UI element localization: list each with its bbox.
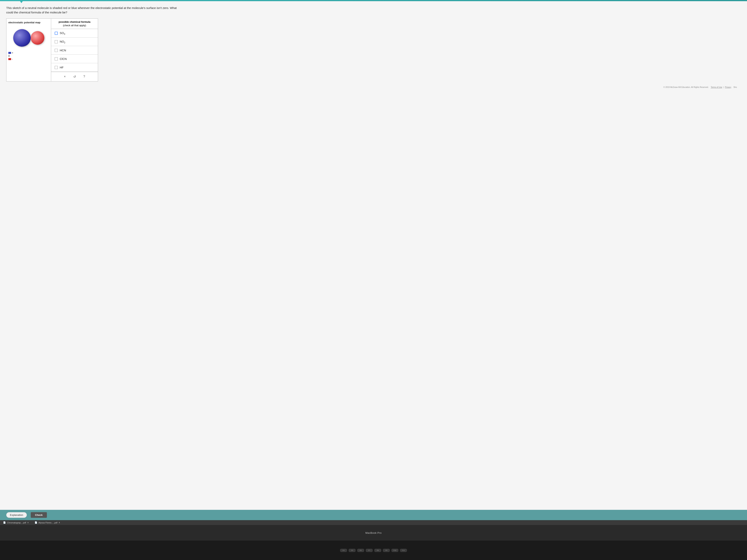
undo-button[interactable]: ↺ — [71, 74, 78, 80]
legend-red-box — [8, 58, 11, 60]
key-f7: F7 — [366, 549, 373, 552]
question-text: This sketch of a neutral molecule is sha… — [6, 6, 181, 15]
right-header-line2: (check all that apply) — [63, 24, 86, 27]
option-row-no2: NO2 — [51, 37, 98, 46]
legend-minus-label: - — [12, 58, 12, 60]
file-tab-chromatograp[interactable]: 📄 Chromatograp....pdf ∧ — [3, 521, 29, 524]
file-tab-alyssa[interactable]: 📄 Alyssa Flores-....pdf ∧ — [35, 521, 60, 524]
help-button[interactable]: ? — [81, 74, 87, 80]
key-f8-label: F8 — [376, 550, 380, 551]
color-legend: + 0 - — [8, 52, 13, 60]
explanation-button[interactable]: Explanation — [6, 512, 27, 518]
key-f5: F5 — [349, 549, 356, 552]
file-tab-label-1: Chromatograp....pdf — [7, 522, 26, 524]
dock-bar: MacBook Pro — [0, 525, 747, 540]
show-label: Sho — [733, 86, 737, 88]
label-hf: HF — [60, 66, 63, 69]
keyboard-row: F4 F5 F6 F7 F8 F9 F10 F11 — [340, 549, 407, 552]
key-f9-label: F9 — [384, 550, 389, 551]
legend-plus: + — [8, 52, 13, 54]
key-f4: F4 — [340, 549, 347, 552]
key-f7-label: F7 — [367, 550, 371, 551]
dropdown-arrow — [20, 0, 23, 3]
key-f6-label: F6 — [358, 550, 363, 551]
key-f6: F6 — [357, 549, 364, 552]
option-row-hcn: HCN — [51, 46, 98, 55]
terms-of-use-link[interactable]: Terms of Use — [711, 86, 722, 88]
main-content: This sketch of a neutral molecule is sha… — [0, 1, 747, 510]
copyright-area: © 2019 McGraw-Hill Education. All Rights… — [6, 86, 741, 88]
option-row-so3: SO3 — [51, 29, 98, 37]
right-column: possible chemical formula (check all tha… — [51, 19, 98, 81]
checkbox-clcn[interactable] — [55, 57, 58, 60]
privacy-link[interactable]: Privacy — [725, 86, 731, 88]
checkbox-hcn[interactable] — [55, 49, 58, 52]
right-header-line1: possible chemical formula — [58, 20, 90, 23]
option-row-clcn: ClCN — [51, 55, 98, 63]
molecule-image — [11, 28, 46, 48]
legend-zero: 0 — [8, 55, 13, 57]
left-column: electrostatic potential map + 0 — [6, 19, 51, 81]
chevron-up-icon-2: ∧ — [58, 521, 60, 524]
option-row-hf: HF — [51, 63, 98, 72]
copyright-text: © 2019 McGraw-Hill Education. All Rights… — [663, 86, 709, 88]
keyboard-area: F4 F5 F6 F7 F8 F9 F10 F11 — [0, 540, 747, 560]
key-f10-label: F10 — [392, 550, 397, 551]
key-f8: F8 — [374, 549, 381, 552]
key-f11: F11 — [400, 549, 407, 552]
dock-label: MacBook Pro — [365, 531, 382, 534]
chevron-up-icon-1: ∧ — [27, 521, 29, 524]
label-clcn: ClCN — [60, 57, 67, 60]
key-f5-label: F5 — [350, 550, 355, 551]
key-f4-label: F4 — [341, 550, 346, 551]
table-inner: electrostatic potential map + 0 — [6, 19, 98, 81]
molecule-red-region — [31, 31, 44, 45]
legend-minus: - — [8, 58, 13, 60]
label-hcn: HCN — [60, 49, 66, 52]
label-so3: SO3 — [60, 31, 65, 35]
label-no2: NO2 — [60, 40, 66, 44]
key-f10: F10 — [391, 549, 398, 552]
question-table: electrostatic potential map + 0 — [6, 19, 98, 81]
file-tabs-bar: 📄 Chromatograp....pdf ∧ 📄 Alyssa Flores-… — [0, 520, 747, 525]
clear-button[interactable]: × — [62, 74, 68, 80]
legend-plus-label: + — [12, 52, 13, 54]
key-f11-label: F11 — [401, 550, 406, 551]
file-icon-2: 📄 — [35, 521, 37, 524]
checkbox-so3[interactable] — [55, 32, 58, 35]
legend-zero-label: 0 — [8, 55, 10, 57]
checkbox-hf[interactable] — [55, 66, 58, 69]
key-f9: F9 — [383, 549, 390, 552]
bottom-action-bar: Explanation Check — [0, 510, 747, 520]
legend-blue-box — [8, 52, 11, 54]
check-button[interactable]: Check — [31, 512, 47, 518]
action-row: × ↺ ? — [51, 72, 98, 81]
checkbox-no2[interactable] — [55, 40, 58, 43]
molecule-blue-region — [13, 29, 31, 47]
file-tab-label-2: Alyssa Flores-....pdf — [38, 522, 57, 524]
file-icon-1: 📄 — [3, 521, 6, 524]
left-column-header: electrostatic potential map — [8, 21, 41, 24]
right-column-header: possible chemical formula (check all tha… — [51, 19, 98, 29]
